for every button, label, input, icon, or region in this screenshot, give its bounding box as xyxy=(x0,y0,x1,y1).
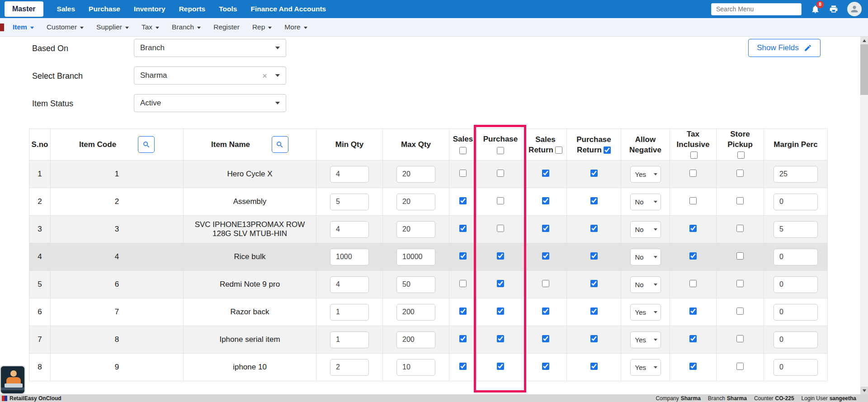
sales-return-checkbox[interactable] xyxy=(542,280,549,287)
min-qty-input[interactable] xyxy=(330,304,369,321)
subnav-item-tax[interactable]: Tax xyxy=(142,23,159,31)
sales-return-checkbox[interactable] xyxy=(542,170,549,177)
allow-negative-select[interactable]: YesNo xyxy=(630,304,661,321)
allow-negative-select[interactable]: YesNo xyxy=(630,249,661,265)
margin-perc-input[interactable] xyxy=(774,221,818,238)
menu-purchase[interactable]: Purchase xyxy=(89,5,120,13)
menu-finance-and-accounts[interactable]: Finance And Accounts xyxy=(250,5,326,13)
sales-return-checkbox[interactable] xyxy=(542,335,549,342)
allow-negative-select[interactable]: YesNo xyxy=(630,331,661,348)
purchase-checkbox[interactable] xyxy=(497,335,504,342)
margin-perc-input[interactable] xyxy=(774,276,818,293)
menu-reports[interactable]: Reports xyxy=(179,5,206,13)
purchase-checkbox[interactable] xyxy=(497,170,504,177)
margin-perc-input[interactable] xyxy=(774,304,818,321)
tax-inclusive-header-checkbox[interactable] xyxy=(690,151,698,159)
margin-perc-input[interactable] xyxy=(774,166,818,183)
sales-checkbox[interactable] xyxy=(459,225,467,232)
sales-checkbox[interactable] xyxy=(459,363,467,370)
min-qty-input[interactable] xyxy=(330,221,369,238)
min-qty-input[interactable] xyxy=(330,331,369,348)
allow-negative-select[interactable]: YesNo xyxy=(630,166,661,183)
store-pickup-checkbox[interactable] xyxy=(736,363,744,370)
sales-return-checkbox[interactable] xyxy=(542,225,549,232)
based-on-select[interactable]: Branch xyxy=(134,39,286,57)
store-pickup-checkbox[interactable] xyxy=(736,280,744,287)
purchase-checkbox[interactable] xyxy=(497,225,504,232)
subnav-item-register[interactable]: Register xyxy=(213,23,240,31)
purchase-checkbox[interactable] xyxy=(497,197,504,204)
tax-inclusive-checkbox[interactable] xyxy=(689,363,697,370)
subnav-item-more[interactable]: More xyxy=(284,23,307,31)
subnav-item-rep[interactable]: Rep xyxy=(252,23,272,31)
store-pickup-checkbox[interactable] xyxy=(736,225,744,232)
sales-checkbox[interactable] xyxy=(459,280,467,287)
scroll-up-button[interactable] xyxy=(860,37,868,44)
margin-perc-input[interactable] xyxy=(774,194,818,210)
sales-return-checkbox[interactable] xyxy=(542,252,549,260)
max-qty-input[interactable] xyxy=(396,359,435,376)
max-qty-input[interactable] xyxy=(396,276,435,293)
margin-perc-input[interactable] xyxy=(774,331,818,348)
purchase-checkbox[interactable] xyxy=(497,307,504,315)
item-name-search-button[interactable] xyxy=(272,136,288,153)
purchase-return-checkbox[interactable] xyxy=(590,363,598,370)
sales-checkbox[interactable] xyxy=(459,307,467,315)
sales-checkbox[interactable] xyxy=(459,335,467,342)
purchase-checkbox[interactable] xyxy=(497,280,504,287)
store-pickup-checkbox[interactable] xyxy=(736,307,744,315)
sales-return-checkbox[interactable] xyxy=(542,197,549,204)
search-menu-input[interactable] xyxy=(711,3,802,15)
scroll-down-button[interactable] xyxy=(860,387,868,394)
purchase-return-checkbox[interactable] xyxy=(590,197,598,204)
sales-checkbox[interactable] xyxy=(459,170,467,177)
item-code-search-button[interactable] xyxy=(138,136,155,153)
min-qty-input[interactable] xyxy=(330,359,369,376)
max-qty-input[interactable] xyxy=(396,331,435,348)
menu-sales[interactable]: Sales xyxy=(57,5,75,13)
store-pickup-checkbox[interactable] xyxy=(736,170,744,177)
margin-perc-input[interactable] xyxy=(774,249,818,265)
clear-icon[interactable]: × xyxy=(262,71,267,80)
max-qty-input[interactable] xyxy=(396,194,435,210)
purchase-return-checkbox[interactable] xyxy=(590,170,598,177)
max-qty-input[interactable] xyxy=(396,221,435,238)
purchase-return-checkbox[interactable] xyxy=(590,225,598,232)
purchase-return-checkbox[interactable] xyxy=(590,335,598,342)
subnav-item-item[interactable]: Item xyxy=(13,23,34,31)
tax-inclusive-checkbox[interactable] xyxy=(689,335,697,342)
tax-inclusive-checkbox[interactable] xyxy=(689,170,697,177)
tax-inclusive-checkbox[interactable] xyxy=(689,280,697,287)
select-branch-select[interactable]: Sharma × xyxy=(134,66,286,85)
allow-negative-select[interactable]: YesNo xyxy=(630,276,661,293)
subnav-item-branch[interactable]: Branch xyxy=(172,23,201,31)
max-qty-input[interactable] xyxy=(396,304,435,321)
show-fields-button[interactable]: Show Fields xyxy=(748,39,821,57)
tax-inclusive-checkbox[interactable] xyxy=(689,197,697,204)
sales-checkbox[interactable] xyxy=(459,197,467,204)
store-pickup-checkbox[interactable] xyxy=(736,197,744,204)
purchase-return-checkbox[interactable] xyxy=(590,252,598,260)
tax-inclusive-checkbox[interactable] xyxy=(689,225,697,232)
store-pickup-checkbox[interactable] xyxy=(736,335,744,342)
scrollbar-thumb[interactable] xyxy=(860,44,868,95)
purchase-return-header-checkbox[interactable] xyxy=(604,147,611,154)
menu-tools[interactable]: Tools xyxy=(219,5,237,13)
purchase-return-checkbox[interactable] xyxy=(590,307,598,315)
sales-checkbox[interactable] xyxy=(459,252,467,260)
allow-negative-select[interactable]: YesNo xyxy=(630,221,661,238)
sales-return-checkbox[interactable] xyxy=(542,363,549,370)
purchase-checkbox[interactable] xyxy=(497,252,504,260)
sales-return-header-checkbox[interactable] xyxy=(555,147,562,154)
margin-perc-input[interactable] xyxy=(774,359,818,376)
subnav-item-supplier[interactable]: Supplier xyxy=(96,23,129,31)
min-qty-input[interactable] xyxy=(330,276,369,293)
min-qty-input[interactable] xyxy=(330,249,369,265)
purchase-header-checkbox[interactable] xyxy=(497,147,504,154)
purchase-return-checkbox[interactable] xyxy=(590,280,598,287)
print-button[interactable] xyxy=(829,5,838,14)
min-qty-input[interactable] xyxy=(330,166,369,183)
item-status-select[interactable]: Active xyxy=(134,94,286,112)
allow-negative-select[interactable]: YesNo xyxy=(630,194,661,210)
max-qty-input[interactable] xyxy=(396,249,435,265)
